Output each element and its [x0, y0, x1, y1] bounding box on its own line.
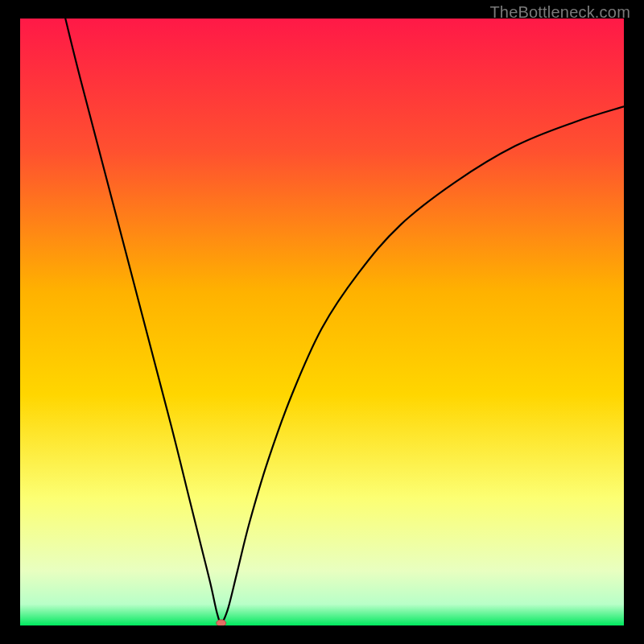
chart-plot-area: [20, 19, 624, 625]
watermark-text: TheBottleneck.com: [489, 3, 630, 22]
chart-svg: [20, 19, 624, 625]
optimal-point-marker: [217, 620, 226, 625]
gradient-background: [20, 19, 624, 625]
